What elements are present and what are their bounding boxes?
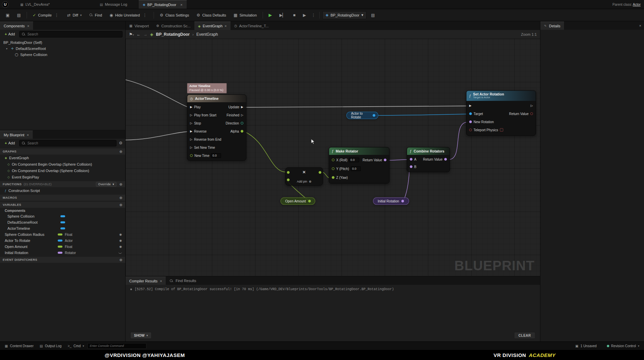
revision-control-button[interactable]: Revision Control ▾ [604,342,642,349]
pin-return-value[interactable]: Return Value [507,110,535,118]
graph-item-begin-overlap[interactable]: ◇ On Component Begin Overlap (Sphere Col… [0,161,125,167]
tree-row-scene-root[interactable]: ▾ ✛ DefaultSceneRoot [0,46,125,52]
node-header[interactable]: ƒ Make Rotator [329,147,389,155]
node-header[interactable]: ƒ Combine Rotators [407,147,450,155]
tree-row-self[interactable]: BP_RotatingDoor (Self) [0,39,125,46]
pin-exec-out[interactable]: ▷ [507,102,535,110]
float-pin-icon[interactable] [332,159,334,161]
node-header[interactable]: ƒ Set Actor Rotation Target is Actor [466,91,536,101]
add-graph-icon[interactable]: ⊕ [119,149,123,154]
compile-options-icon[interactable]: ⋮ [54,13,60,18]
eye-icon[interactable]: ◉ [119,239,122,242]
eject-button[interactable]: ▶ [300,11,309,20]
bookmark-icon[interactable]: ⚑▾ [129,32,134,37]
variable-row-actortimeline[interactable]: ActorTimeline [0,225,125,231]
rotator-pin-icon[interactable] [410,158,412,161]
actortimeline-node[interactable]: ◷ ActorTimeline ▶Play ▷Play from Start ▷… [187,94,246,161]
compile-button[interactable]: ✓ Compile ⋮ [30,11,63,20]
blueprint-selector[interactable]: ◈ BP_RotatingDoor ▾ [322,11,367,19]
find-button[interactable]: Find [86,11,105,20]
macros-section-header[interactable]: MACROS ⊕ [0,195,125,201]
frame-skip-button[interactable]: ▶▏ [276,11,289,20]
exec-pin-icon[interactable]: ▷ [190,114,192,117]
add-blueprint-item-button[interactable]: + Add [3,140,17,146]
float-pin-icon[interactable] [332,167,334,170]
variables-section-header[interactable]: VARIABLES ⊕ [0,202,125,208]
content-drawer-button[interactable]: ▦ Content Drawer [2,342,36,349]
override-dropdown[interactable]: Override ▾ [96,182,117,187]
save-button[interactable]: ▣ [3,11,12,20]
float-pin-icon[interactable] [190,154,193,157]
exec-pin-icon[interactable]: ▷ [190,146,192,149]
tab-viewport[interactable]: ▦ Viewport [126,22,153,30]
rotator-pin-icon[interactable] [384,159,386,161]
class-defaults-button[interactable]: ⚙ Class Defaults [193,11,229,20]
add-variable-icon[interactable]: ⊕ [119,203,123,207]
make-rotator-node[interactable]: ƒ Make Rotator X (Roll) Y (Pitch) Z (Yaw… [329,147,390,184]
expander-icon[interactable]: ▾ [6,47,9,50]
add-function-icon[interactable]: ⊕ [119,182,123,187]
browse-button[interactable]: ▤ [14,11,24,20]
enum-pin-icon[interactable] [241,122,243,124]
multiply-node[interactable]: × Add pin ⊕ [285,167,323,186]
unreal-logo-icon[interactable]: U [2,1,8,8]
eye-closed-icon[interactable] [118,252,122,254]
breadcrumb-root[interactable]: BP_RotatingDoor [156,32,190,37]
parent-class-value[interactable]: Actor [633,3,641,6]
components-tab[interactable]: Components × [0,22,33,30]
pin-stop[interactable]: ▷Stop [188,119,223,127]
float-pin-icon[interactable] [332,176,334,179]
new-time-input[interactable] [211,153,221,158]
graph-canvas[interactable]: Actor Timeline Paused @ 0.00 s (0.0 %) ◷… [126,39,540,276]
pin-new-time[interactable]: New Time [188,151,223,160]
pin-new-rotation[interactable]: New Rotation [467,118,505,126]
simulation-button[interactable]: ▦ Simulation [231,11,260,20]
add-pin-button[interactable]: Add pin ⊕ [286,180,323,183]
close-icon[interactable]: × [160,279,162,283]
tab-message-log[interactable]: ▤ Message Log [96,0,131,9]
pin-play-from-start[interactable]: ▷Play from Start [188,111,223,119]
close-icon[interactable]: × [180,3,182,7]
exec-pin-icon[interactable]: ▷ [531,104,533,107]
stop-button[interactable]: ■ [290,11,298,20]
pin-target[interactable]: Target [467,110,505,118]
console-input-box[interactable] [87,343,146,349]
variables-components-group[interactable]: Components [0,208,125,213]
details-tab[interactable]: ✎ Details [540,22,564,30]
pin-reverse[interactable]: ▶Reverse [188,127,223,135]
exec-pin-icon[interactable]: ▶ [190,130,192,133]
tab-eventgraph[interactable]: ◈ EventGraph × [194,22,231,30]
add-dispatcher-icon[interactable]: ⊕ [119,258,123,262]
pin-alpha[interactable]: Alpha [224,127,245,135]
find-results-tab[interactable]: Find Results [166,277,200,285]
pin-teleport-physics[interactable]: Teleport Physics [467,126,505,134]
gear-icon[interactable]: ⚙ [119,141,123,145]
close-icon[interactable]: × [639,24,641,28]
exec-pin-icon[interactable]: ▶ [241,106,243,109]
pin-exec-in[interactable]: ▶ [467,102,505,110]
pin-set-new-time[interactable]: ▷Set New Time [188,143,223,151]
clear-button[interactable]: CLEAR [514,332,535,339]
variable-row-initial-rotation[interactable]: Initial Rotation Rotator [0,250,125,256]
teleport-physics-checkbox[interactable] [500,128,503,132]
rotator-pin-icon[interactable] [410,165,412,168]
play-button[interactable]: ▶ [266,11,275,20]
rotator-pin-icon[interactable] [444,158,447,161]
pin-play[interactable]: ▶Play [188,103,223,111]
cmd-dropdown[interactable]: >_ Cmd ▾ [65,342,87,349]
pin-direction[interactable]: Direction [224,119,245,127]
close-icon[interactable]: × [224,24,226,28]
add-component-button[interactable]: + Add [3,31,17,37]
my-blueprint-tab[interactable]: My Blueprint × [0,131,33,139]
pin-a[interactable]: A [408,156,419,163]
actor-to-rotate-node[interactable]: Actor to Rotate [346,112,378,119]
exec-pin-icon[interactable]: ▷ [190,122,192,125]
initial-rotation-node[interactable]: Initial Rotation [373,197,409,205]
bool-pin-icon[interactable] [469,129,472,131]
pin-b[interactable]: B [408,163,419,170]
exec-pin-icon[interactable]: ▷ [190,138,192,141]
compiler-log-line[interactable]: [5257.52] Compile of BP_RotatingDoor suc… [126,285,540,294]
eye-icon[interactable]: ◉ [119,233,122,236]
close-icon[interactable]: × [27,133,29,137]
set-actor-rotation-node[interactable]: ƒ Set Actor Rotation Target is Actor ▶ T… [466,90,536,136]
